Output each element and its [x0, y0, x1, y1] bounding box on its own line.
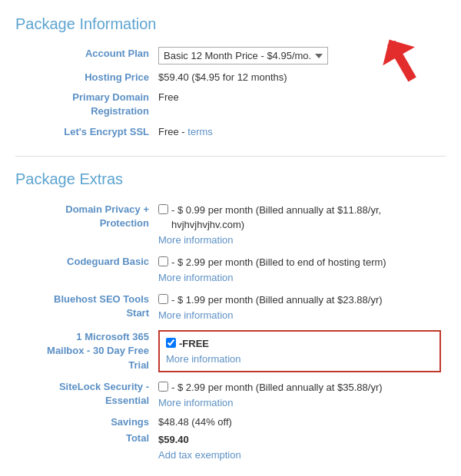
codeguard-more-info[interactable]: More information	[158, 270, 441, 286]
domain-privacy-checkbox[interactable]	[158, 204, 168, 214]
ms365-value: -FREE More information	[154, 326, 446, 376]
section-divider	[15, 156, 446, 157]
table-row: Codeguard Basic - $ 2.99 per month (Bill…	[15, 251, 446, 289]
ms365-checkbox-row: -FREE	[166, 336, 433, 352]
sitelock-checkbox[interactable]	[158, 382, 168, 392]
sitelock-checkbox-row: - $ 2.99 per month (Billed annually at $…	[158, 380, 441, 395]
table-row: Domain Privacy +Protection - $ 0.99 per …	[15, 199, 446, 252]
svg-marker-1	[373, 38, 415, 65]
table-row: SiteLock Security -Essential - $ 2.99 pe…	[15, 376, 446, 414]
savings-row: Savings $48.48 (44% off)	[15, 414, 446, 430]
hosting-price-label: Hosting Price	[15, 68, 154, 88]
seo-label: Bluehost SEO ToolsStart	[15, 289, 154, 326]
red-arrow-icon	[373, 38, 442, 100]
table-row: 1 Microsoft 365Mailbox - 30 Day FreeTria…	[15, 326, 446, 376]
codeguard-label: Codeguard Basic	[15, 251, 154, 289]
sitelock-label: SiteLock Security -Essential	[15, 376, 154, 414]
sitelock-more-info[interactable]: More information	[158, 395, 441, 411]
codeguard-checkbox-row: - $ 2.99 per month (Billed to end of hos…	[158, 255, 441, 270]
domain-privacy-checkbox-row: - $ 0.99 per month (Billed annually at $…	[158, 203, 441, 233]
add-tax-link[interactable]: Add tax exemption	[158, 448, 441, 463]
seo-checkbox-row: - $ 1.99 per month (Billed annually at $…	[158, 293, 441, 308]
total-label: Total	[15, 430, 154, 464]
seo-description: - $ 1.99 per month (Billed annually at $…	[171, 293, 383, 308]
package-extras-title: Package Extras	[15, 170, 446, 188]
ms365-description: -FREE	[179, 336, 209, 352]
package-extras-section: Package Extras Domain Privacy +Protectio…	[15, 170, 446, 465]
ms365-checkbox[interactable]	[166, 338, 176, 348]
total-value: $59.40 Add tax exemption	[154, 430, 446, 464]
seo-value: - $ 1.99 per month (Billed annually at $…	[154, 289, 446, 326]
total-amount: $59.40	[158, 434, 189, 445]
ms365-highlight-box: -FREE More information	[158, 330, 441, 372]
extras-table: Domain Privacy +Protection - $ 0.99 per …	[15, 199, 446, 465]
savings-amount: $48.48 (44% off)	[154, 414, 446, 430]
codeguard-value: - $ 2.99 per month (Billed to end of hos…	[154, 251, 446, 289]
codeguard-checkbox[interactable]	[158, 256, 168, 266]
domain-privacy-more-info[interactable]: More information	[158, 233, 441, 248]
domain-privacy-label: Domain Privacy +Protection	[15, 199, 154, 252]
total-row: Total $59.40 Add tax exemption	[15, 430, 446, 464]
seo-checkbox[interactable]	[158, 294, 168, 304]
domain-privacy-value: - $ 0.99 per month (Billed annually at $…	[154, 199, 446, 252]
ssl-label: Let's Encrypt SSL	[15, 122, 154, 142]
codeguard-description: - $ 2.99 per month (Billed to end of hos…	[171, 255, 386, 270]
seo-more-info[interactable]: More information	[158, 308, 441, 323]
table-row: Bluehost SEO ToolsStart - $ 1.99 per mon…	[15, 289, 446, 326]
sitelock-description: - $ 2.99 per month (Billed annually at $…	[171, 380, 383, 395]
savings-label: Savings	[15, 414, 154, 430]
ms365-label: 1 Microsoft 365Mailbox - 30 Day FreeTria…	[15, 326, 154, 376]
primary-domain-label: Primary Domain Registration	[15, 88, 154, 121]
ssl-free-text: Free	[158, 126, 179, 137]
domain-privacy-description: - $ 0.99 per month (Billed annually at $…	[171, 203, 441, 233]
sitelock-value: - $ 2.99 per month (Billed annually at $…	[154, 376, 446, 414]
account-plan-select[interactable]: Basic 12 Month Price - $4.95/mo. Basic 2…	[158, 47, 328, 64]
package-info-title: Package Information	[15, 15, 446, 33]
package-info-section: Package Information Account Plan Basic 1…	[15, 15, 446, 142]
ms365-more-info[interactable]: More information	[166, 352, 433, 367]
ssl-value: Free - terms	[154, 122, 446, 142]
ssl-row: Let's Encrypt SSL Free - terms	[15, 122, 446, 142]
account-plan-label: Account Plan	[15, 44, 154, 68]
ssl-terms-link[interactable]: terms	[187, 126, 213, 137]
